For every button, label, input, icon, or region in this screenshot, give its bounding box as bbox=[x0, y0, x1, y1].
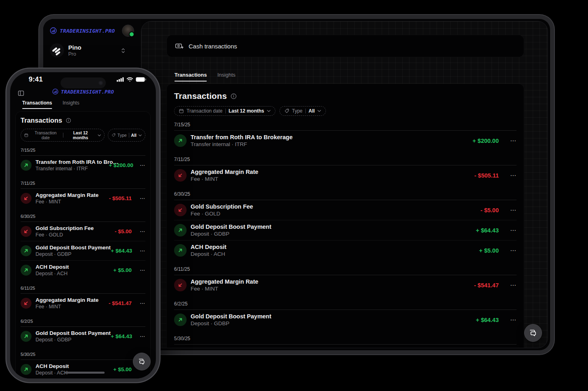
tab-transactions[interactable]: Transactions bbox=[174, 72, 207, 82]
transaction-amount: + $5.00 bbox=[113, 267, 132, 273]
transaction-date-header: 6/2/25 bbox=[21, 318, 145, 327]
transaction-text: Gold Deposit Boost Payment Deposit · GDB… bbox=[191, 224, 271, 237]
brand-logo-icon bbox=[52, 88, 59, 95]
transaction-row[interactable]: Gold Deposit Boost Payment Deposit · GDB… bbox=[21, 241, 145, 260]
info-icon[interactable] bbox=[231, 93, 237, 99]
transaction-subtitle: Fee · MINT bbox=[191, 286, 258, 292]
row-menu-button[interactable]: ⋯ bbox=[136, 248, 145, 254]
chip-divider bbox=[225, 109, 226, 113]
transaction-amount: - $505.11 bbox=[109, 195, 132, 201]
transaction-row[interactable]: Aggregated Margin Rate Fee · MINT - $505… bbox=[174, 165, 517, 185]
transaction-subtitle: Fee · MINT bbox=[36, 199, 99, 205]
sidebar-toggle-button[interactable] bbox=[18, 90, 24, 96]
tab-insights[interactable]: Insights bbox=[217, 72, 235, 82]
transaction-text: Gold Deposit Boost Payment Deposit · GDB… bbox=[36, 330, 107, 343]
tab-insights[interactable]: Insights bbox=[63, 100, 79, 109]
date-filter-chip[interactable]: Transaction date Last 12 months bbox=[174, 106, 275, 116]
transaction-row[interactable]: ACH Deposit Deposit · ACH + $5.00 ⋯ bbox=[174, 345, 517, 348]
tab-transactions[interactable]: Transactions bbox=[22, 100, 52, 109]
transaction-date-header: 6/11/25 bbox=[174, 265, 517, 275]
transaction-row[interactable]: Gold Deposit Boost Payment Deposit · GDB… bbox=[174, 310, 517, 330]
direction-icon bbox=[21, 193, 32, 204]
transaction-row[interactable]: ACH Deposit Deposit · ACH + $5.00 ⋯ bbox=[174, 240, 517, 260]
info-icon[interactable] bbox=[66, 118, 71, 123]
row-menu-button[interactable]: ⋯ bbox=[503, 227, 517, 234]
main-content: Cash transactions Transactions Insights … bbox=[166, 35, 524, 348]
row-menu-button[interactable]: ⋯ bbox=[503, 316, 517, 324]
dynamic-island bbox=[61, 77, 106, 88]
workspace-switcher[interactable]: Pino Pro bbox=[50, 43, 134, 58]
row-menu-button[interactable]: ⋯ bbox=[503, 172, 517, 179]
row-menu-button[interactable]: ⋯ bbox=[503, 282, 517, 289]
row-menu-button[interactable]: ⋯ bbox=[136, 300, 145, 306]
row-menu-button[interactable]: ⋯ bbox=[136, 267, 145, 273]
transaction-row[interactable]: Gold Deposit Boost Payment Deposit · GDB… bbox=[21, 327, 145, 346]
arrow-down-left-icon bbox=[177, 207, 183, 213]
transaction-title: Gold Deposit Boost Payment bbox=[191, 313, 271, 320]
transaction-title: ACH Deposit bbox=[36, 264, 69, 270]
direction-icon bbox=[174, 169, 187, 182]
type-filter-chip[interactable]: Type All bbox=[279, 106, 326, 116]
transactions-panel: Transactions Transaction date Last 12 mo… bbox=[15, 111, 151, 378]
transaction-row[interactable]: Aggregated Margin Rate Fee · MINT - $541… bbox=[21, 294, 145, 313]
avatar[interactable] bbox=[122, 25, 134, 37]
direction-icon bbox=[21, 331, 32, 342]
transaction-subtitle: Fee · MINT bbox=[191, 176, 258, 182]
direction-icon bbox=[21, 364, 32, 375]
date-filter-chip[interactable]: Transaction date Last 12 months bbox=[21, 129, 105, 142]
transaction-row[interactable]: Aggregated Margin Rate Fee · MINT - $541… bbox=[174, 275, 517, 295]
type-filter-chip[interactable]: Type All bbox=[108, 129, 145, 142]
transaction-group: 7/11/25 Aggregated Margin Rate Fee · MIN… bbox=[174, 155, 517, 185]
transaction-group: 7/11/25 Aggregated Margin Rate Fee · MIN… bbox=[21, 180, 145, 208]
transaction-title: Aggregated Margin Rate bbox=[191, 278, 258, 285]
chat-fab-button[interactable] bbox=[133, 353, 151, 370]
transaction-rows: Aggregated Margin Rate Fee · MINT - $505… bbox=[21, 189, 145, 208]
transaction-date-header: 6/11/25 bbox=[21, 284, 145, 294]
transaction-group: 5/30/25 ACH Deposit Deposit · ACH + $5.0… bbox=[21, 351, 145, 378]
transaction-title: Transfer from Roth IRA to Bro… bbox=[36, 159, 105, 165]
transaction-row[interactable]: Gold Subscription Fee Fee · GOLD - $5.00… bbox=[21, 222, 145, 241]
direction-icon bbox=[174, 224, 187, 236]
transaction-group: 6/30/25 Gold Subscription Fee Fee · GOLD… bbox=[174, 190, 517, 260]
transaction-title: Gold Subscription Fee bbox=[191, 203, 253, 210]
transaction-row[interactable]: ACH Deposit Deposit · ACH + $5.00 ⋯ bbox=[21, 360, 145, 378]
transaction-row[interactable]: Transfer from Roth IRA to Brokerage Tran… bbox=[174, 131, 517, 151]
cash-transactions-header-card: Cash transactions bbox=[166, 35, 524, 57]
transaction-row[interactable]: ACH Deposit Deposit · ACH + $5.00 ⋯ bbox=[21, 260, 145, 280]
main-area: Cash transactions Transactions Insights … bbox=[141, 21, 548, 348]
transaction-group: 5/30/25 ACH Deposit Deposit · ACH + $5.0… bbox=[174, 335, 517, 348]
transaction-text: Gold Deposit Boost Payment Deposit · GDB… bbox=[36, 245, 107, 257]
transaction-rows: Gold Deposit Boost Payment Deposit · GDB… bbox=[21, 327, 145, 346]
tab-bar: Transactions Insights bbox=[10, 100, 156, 109]
row-menu-button[interactable]: ⋯ bbox=[137, 162, 145, 168]
phone-device: 9:41 TRADERINSIGHT.PRO bbox=[6, 69, 160, 382]
row-menu-button[interactable]: ⋯ bbox=[136, 333, 145, 339]
transaction-row[interactable]: Gold Deposit Boost Payment Deposit · GDB… bbox=[174, 220, 517, 240]
direction-icon bbox=[21, 226, 32, 237]
transaction-title: Aggregated Margin Rate bbox=[36, 297, 99, 303]
transaction-text: Gold Deposit Boost Payment Deposit · GDB… bbox=[191, 313, 271, 326]
row-menu-button[interactable]: ⋯ bbox=[136, 228, 145, 234]
type-filter-value: All bbox=[131, 133, 136, 138]
row-menu-button[interactable]: ⋯ bbox=[136, 195, 145, 201]
transaction-row[interactable]: Aggregated Margin Rate Fee · MINT - $505… bbox=[21, 189, 145, 208]
horizontal-scrollbar[interactable] bbox=[65, 372, 105, 374]
transaction-text: Transfer from Roth IRA to Brokerage Tran… bbox=[191, 134, 292, 147]
transaction-subtitle: Fee · GOLD bbox=[36, 232, 94, 238]
workspace-logo-icon bbox=[50, 43, 64, 58]
transaction-row[interactable]: Transfer from Roth IRA to Bro… Transfer … bbox=[21, 156, 145, 175]
row-menu-button[interactable]: ⋯ bbox=[503, 137, 517, 144]
transaction-row[interactable]: Gold Subscription Fee Fee · GOLD - $5.00… bbox=[174, 200, 517, 220]
panel-header: Transactions bbox=[174, 91, 517, 101]
wifi-icon bbox=[126, 77, 133, 82]
row-menu-button[interactable]: ⋯ bbox=[503, 207, 517, 214]
transaction-subtitle: Deposit · ACH bbox=[36, 370, 69, 376]
battery-icon bbox=[136, 77, 146, 82]
transaction-group: 6/11/25 Aggregated Margin Rate Fee · MIN… bbox=[21, 284, 145, 313]
chat-fab-button[interactable] bbox=[524, 324, 542, 342]
transaction-title: Aggregated Margin Rate bbox=[36, 192, 99, 198]
transaction-date-header: 5/30/25 bbox=[174, 335, 517, 345]
transaction-rows: Aggregated Margin Rate Fee · MINT - $505… bbox=[174, 165, 517, 185]
row-menu-button[interactable]: ⋯ bbox=[503, 247, 517, 254]
transaction-title: Gold Deposit Boost Payment bbox=[191, 224, 271, 230]
